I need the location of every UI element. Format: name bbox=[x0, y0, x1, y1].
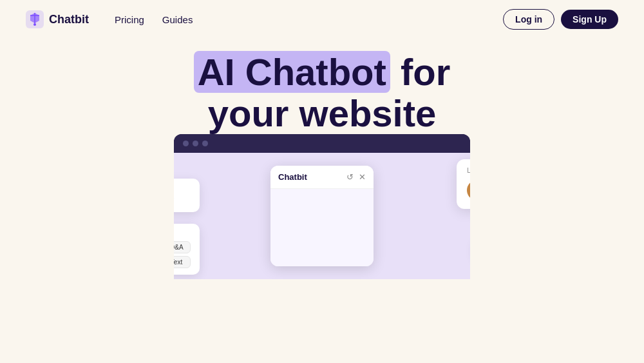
browser-dot-2 bbox=[193, 141, 198, 146]
browser-dot-3 bbox=[202, 141, 208, 146]
hero-highlight: AI Chatbot bbox=[194, 51, 390, 93]
chatbit-close-icon[interactable]: ✕ bbox=[359, 172, 366, 182]
lead-label: Lead bbox=[467, 167, 470, 174]
chatbit-refresh-icon[interactable]: ↺ bbox=[346, 172, 354, 182]
nav-pricing[interactable]: Pricing bbox=[115, 14, 144, 25]
primary-color-label: Primary color bbox=[174, 185, 191, 193]
chip-text[interactable]: Text bbox=[174, 256, 191, 268]
lead-card: Lead 🧑 Marvin McKinney marvin@ex-dot.com… bbox=[457, 159, 470, 209]
hero-title-line2: your website bbox=[208, 92, 437, 134]
source-data-grid: URL Q&A File Text bbox=[174, 241, 191, 268]
chatbit-header: Chatbit ↺ ✕ bbox=[270, 166, 374, 189]
nav-guides[interactable]: Guides bbox=[162, 14, 193, 25]
browser-bar bbox=[174, 134, 470, 153]
chip-qa[interactable]: Q&A bbox=[174, 241, 191, 253]
navbar: Chatbit Pricing Guides Log in Sign Up bbox=[0, 0, 644, 39]
chatbit-body bbox=[270, 189, 374, 266]
browser-window: Primary color #FFFFFF Source data URL Q&… bbox=[174, 134, 470, 279]
primary-color-card: Primary color #FFFFFF bbox=[174, 179, 200, 212]
browser-dot-1 bbox=[183, 141, 189, 146]
hero-title-part2: for bbox=[401, 51, 450, 93]
logo[interactable]: Chatbit bbox=[26, 10, 89, 28]
primary-color-value: #FFFFFF bbox=[174, 197, 191, 206]
hero-title: AI Chatbot for your website bbox=[13, 52, 631, 134]
logo-icon bbox=[26, 10, 44, 28]
login-button[interactable]: Log in bbox=[503, 9, 554, 30]
lead-avatar: 🧑 bbox=[467, 180, 470, 201]
source-data-label: Source data bbox=[174, 230, 191, 237]
mockup-section: Primary color #FFFFFF Source data URL Q&… bbox=[174, 134, 470, 279]
nav-links: Pricing Guides bbox=[115, 14, 503, 25]
signup-button[interactable]: Sign Up bbox=[561, 10, 618, 29]
lead-info: 🧑 Marvin McKinney marvin@ex-dot.com (316… bbox=[467, 179, 470, 201]
chatbit-header-icons: ↺ ✕ bbox=[346, 172, 366, 182]
svg-point-1 bbox=[33, 23, 36, 26]
chatbit-widget: Chatbit ↺ ✕ bbox=[270, 166, 374, 266]
browser-content: Primary color #FFFFFF Source data URL Q&… bbox=[174, 153, 470, 279]
nav-actions: Log in Sign Up bbox=[503, 9, 618, 30]
source-data-card: Source data URL Q&A File Text bbox=[174, 224, 200, 275]
chatbit-title: Chatbit bbox=[278, 172, 307, 182]
logo-text: Chatbit bbox=[49, 13, 89, 26]
